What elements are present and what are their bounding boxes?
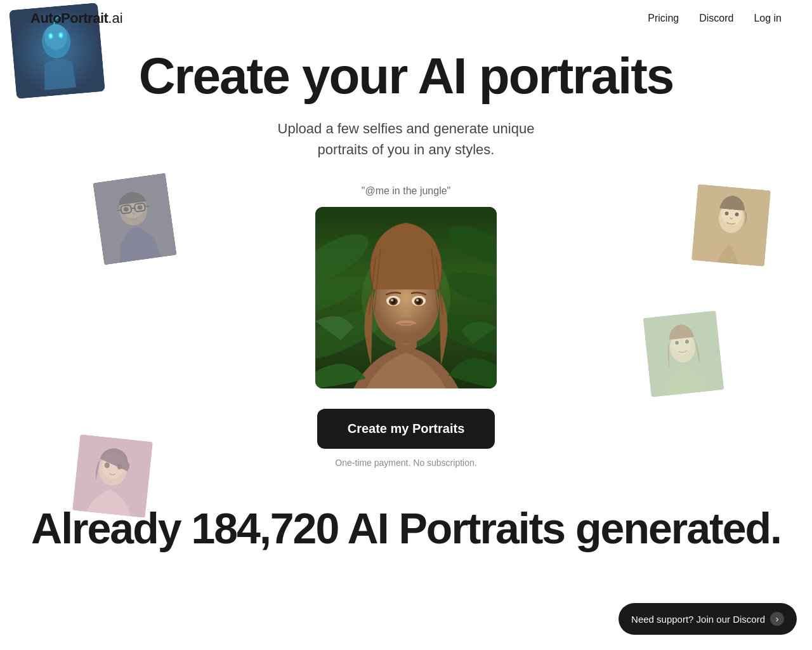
nav-discord-link[interactable]: Discord xyxy=(699,13,733,24)
nav-pricing-link[interactable]: Pricing xyxy=(648,13,679,24)
svg-point-27 xyxy=(391,299,393,302)
hero-headline: Create your AI portraits xyxy=(139,50,674,103)
portrait-content-area: "@me in the jungle" xyxy=(315,160,497,468)
svg-rect-40 xyxy=(93,173,177,265)
cta-note: One-time payment. No subscription. xyxy=(335,458,476,468)
floating-portrait-mid-right xyxy=(643,310,724,397)
support-widget-label: Need support? Join our Discord xyxy=(631,614,765,625)
logo: AutoPortrait.ai xyxy=(30,10,123,27)
floating-portrait-top-right xyxy=(691,184,771,267)
support-widget[interactable]: Need support? Join our Discord › xyxy=(619,603,797,635)
portrait-image-nature xyxy=(643,310,724,397)
floating-portrait-mid-left xyxy=(93,173,177,265)
jungle-portrait-svg xyxy=(315,207,497,388)
hero-subtitle: Upload a few selfies and generate unique… xyxy=(278,118,535,160)
floating-portrait-bottom-left xyxy=(72,434,153,517)
create-portraits-button[interactable]: Create my Portraits xyxy=(317,409,495,449)
nav-login-link[interactable]: Log in xyxy=(754,13,782,24)
svg-rect-65 xyxy=(643,310,724,397)
logo-suffix: .ai xyxy=(108,10,122,26)
logo-text: AutoPortrait xyxy=(30,10,108,26)
svg-rect-47 xyxy=(72,434,153,517)
portrait-image-glasses-man xyxy=(93,173,177,265)
portrait-image-pink xyxy=(72,434,153,517)
nav-links: Pricing Discord Log in xyxy=(648,13,782,24)
support-widget-arrow: › xyxy=(770,612,784,626)
navbar: AutoPortrait.ai Pricing Discord Log in xyxy=(0,0,812,37)
main-portrait-image xyxy=(315,207,497,388)
portrait-image-classical xyxy=(691,184,771,267)
svg-point-28 xyxy=(416,299,419,302)
quote-label: "@me in the jungle" xyxy=(362,185,451,197)
